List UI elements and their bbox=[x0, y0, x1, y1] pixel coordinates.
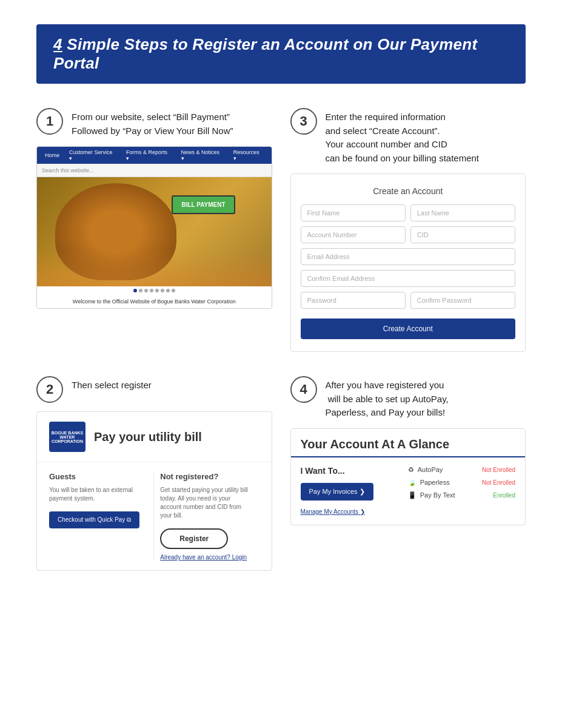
i-want-to-column: I Want To... Pay My Invoices ❯ Manage My… bbox=[301, 466, 408, 516]
not-registered-desc: Get started paying your utility bill tod… bbox=[160, 486, 253, 520]
paperless-icon: 🍃 bbox=[408, 479, 416, 487]
account-glance-body: I Want To... Pay My Invoices ❯ Manage My… bbox=[291, 457, 526, 525]
name-row: First Name Last Name bbox=[301, 204, 516, 221]
nav-dots bbox=[37, 286, 272, 295]
nav-news[interactable]: News & Notices ▾ bbox=[178, 148, 227, 163]
pay-by-text-option: 📱 Pay By Text Enrolled bbox=[408, 491, 515, 499]
account-row: Account Number CID bbox=[301, 226, 516, 243]
autopay-option: ♻ AutoPay Not Enrolled bbox=[408, 466, 515, 474]
email-field[interactable]: Email Address bbox=[301, 248, 516, 265]
already-have-account-link[interactable]: Already have an account? Login bbox=[160, 554, 247, 561]
logo-line2: WATER bbox=[60, 435, 75, 439]
nav-dot bbox=[139, 289, 142, 292]
i-want-to-label: I Want To... bbox=[301, 466, 408, 476]
account-glance-title: Your Account At A Glance bbox=[291, 429, 526, 457]
steps-grid: 1 From our website, select “Bill Payment… bbox=[36, 108, 526, 571]
mockup-hero: BILL PAYMENT bbox=[37, 177, 272, 286]
mockup-footer: Welcome to the Official Website of Bogue… bbox=[37, 295, 272, 308]
cid-field[interactable]: CID bbox=[410, 226, 515, 243]
step-1-number: 1 bbox=[36, 108, 63, 135]
pay-bill-body: Guests You will be taken to an external … bbox=[37, 462, 272, 570]
title-text: Simple Steps to Register an Account on O… bbox=[53, 35, 477, 72]
nav-dot bbox=[166, 289, 170, 292]
pay-by-text-icon: 📱 bbox=[408, 491, 416, 499]
autopay-text: AutoPay bbox=[418, 466, 443, 473]
nav-dot bbox=[133, 289, 137, 292]
step-2-description: Then select register bbox=[72, 376, 152, 393]
create-account-button[interactable]: Create Account bbox=[301, 318, 516, 339]
paperless-text: Paperless bbox=[420, 479, 450, 486]
nav-dot bbox=[155, 289, 159, 292]
logo-line1: BOGUE BANKS bbox=[52, 431, 84, 435]
checkout-button[interactable]: Checkout with Quick Pay ⧉ bbox=[49, 511, 139, 528]
guests-label: Guests bbox=[49, 472, 147, 481]
nav-dot bbox=[161, 289, 164, 292]
autopay-icon: ♻ bbox=[408, 466, 414, 474]
register-column: Not registered? Get started paying your … bbox=[154, 472, 259, 561]
confirm-email-field[interactable]: Confirm Email Address bbox=[301, 270, 516, 287]
pay-by-text-status: Enrolled bbox=[493, 492, 515, 499]
pay-bill-header: BOGUE BANKS WATER CORPORATION Pay your u… bbox=[37, 412, 272, 462]
step-2-block: 2 Then select register BOGUE BANKS WATER… bbox=[36, 376, 272, 571]
step-3-header: 3 Enter the required information and sel… bbox=[290, 108, 526, 165]
paperless-label: 🍃 Paperless bbox=[408, 479, 450, 487]
nav-resources[interactable]: Resources ▾ bbox=[230, 148, 267, 163]
password-row: Password Confirm Password bbox=[301, 292, 516, 309]
email-row: Email Address bbox=[301, 248, 516, 265]
password-field[interactable]: Password bbox=[301, 292, 406, 309]
step-4-description: After you have registered you will be ab… bbox=[326, 376, 449, 420]
nav-home[interactable]: Home bbox=[42, 151, 62, 160]
create-account-form: Create an Account First Name Last Name A… bbox=[290, 174, 526, 352]
manage-accounts-link[interactable]: Manage My Accounts ❯ bbox=[301, 508, 365, 515]
nav-dot bbox=[144, 289, 148, 292]
autopay-status: Not Enrolled bbox=[482, 467, 515, 473]
guests-desc: You will be taken to an external payment… bbox=[49, 486, 147, 503]
pay-invoices-button[interactable]: Pay My Invoices ❯ bbox=[301, 483, 373, 500]
leaves-decoration bbox=[37, 250, 272, 286]
step-4-header: 4 After you have registered you will be … bbox=[290, 376, 526, 420]
paperless-status: Not Enrolled bbox=[482, 479, 515, 486]
step-3-description: Enter the required information and selec… bbox=[326, 108, 480, 165]
step-2-header: 2 Then select register bbox=[36, 376, 272, 403]
pay-by-text-text: Pay By Text bbox=[420, 491, 455, 499]
nav-customer-service[interactable]: Customer Service ▾ bbox=[66, 148, 119, 163]
company-logo: BOGUE BANKS WATER CORPORATION bbox=[49, 422, 85, 452]
step-1-screenshot: Home Customer Service ▾ Forms & Reports … bbox=[36, 146, 272, 309]
register-button[interactable]: Register bbox=[160, 528, 228, 549]
account-at-glance: Your Account At A Glance I Want To... Pa… bbox=[290, 428, 526, 525]
confirm-password-field[interactable]: Confirm Password bbox=[410, 292, 515, 309]
first-name-field[interactable]: First Name bbox=[301, 204, 406, 221]
pay-by-text-label: 📱 Pay By Text bbox=[408, 491, 455, 499]
paperless-option: 🍃 Paperless Not Enrolled bbox=[408, 479, 515, 487]
guests-column: Guests You will be taken to an external … bbox=[49, 472, 154, 561]
autopay-label: ♻ AutoPay bbox=[408, 466, 443, 474]
mockup-navbar: Home Customer Service ▾ Forms & Reports … bbox=[37, 147, 272, 164]
step-1-block: 1 From our website, select “Bill Payment… bbox=[36, 108, 272, 352]
pay-bill-mockup: BOGUE BANKS WATER CORPORATION Pay your u… bbox=[36, 411, 272, 571]
step-1-description: From our website, select “Bill Payment” … bbox=[72, 108, 233, 138]
step-1-header: 1 From our website, select “Bill Payment… bbox=[36, 108, 272, 138]
nav-dot bbox=[150, 289, 153, 292]
account-number-field[interactable]: Account Number bbox=[301, 226, 406, 243]
bill-payment-button[interactable]: BILL PAYMENT bbox=[172, 195, 235, 214]
step-3-block: 3 Enter the required information and sel… bbox=[290, 108, 526, 352]
not-registered-label: Not registered? bbox=[160, 472, 253, 481]
nav-dot bbox=[172, 289, 175, 292]
logo-line3: CORPORATION bbox=[52, 439, 83, 443]
glance-options: ♻ AutoPay Not Enrolled 🍃 Paperless Not E… bbox=[408, 466, 515, 516]
last-name-field[interactable]: Last Name bbox=[410, 204, 515, 221]
confirm-email-row: Confirm Email Address bbox=[301, 270, 516, 287]
mockup-search-bar[interactable]: Search this website... bbox=[37, 164, 272, 177]
step-4-number: 4 bbox=[290, 376, 317, 403]
form-title: Create an Account bbox=[301, 186, 516, 196]
nav-forms[interactable]: Forms & Reports ▾ bbox=[123, 148, 175, 163]
step-3-number: 3 bbox=[290, 108, 317, 135]
title-banner: 4 Simple Steps to Register an Account on… bbox=[36, 24, 526, 84]
pay-bill-title: Pay your utility bill bbox=[94, 430, 202, 444]
search-placeholder-text: Search this website... bbox=[42, 167, 94, 174]
step-4-block: 4 After you have registered you will be … bbox=[290, 376, 526, 571]
register-btn-wrap: Register Already have an account? Login bbox=[160, 528, 253, 561]
step-2-number: 2 bbox=[36, 376, 63, 403]
title-number: 4 bbox=[53, 35, 62, 53]
